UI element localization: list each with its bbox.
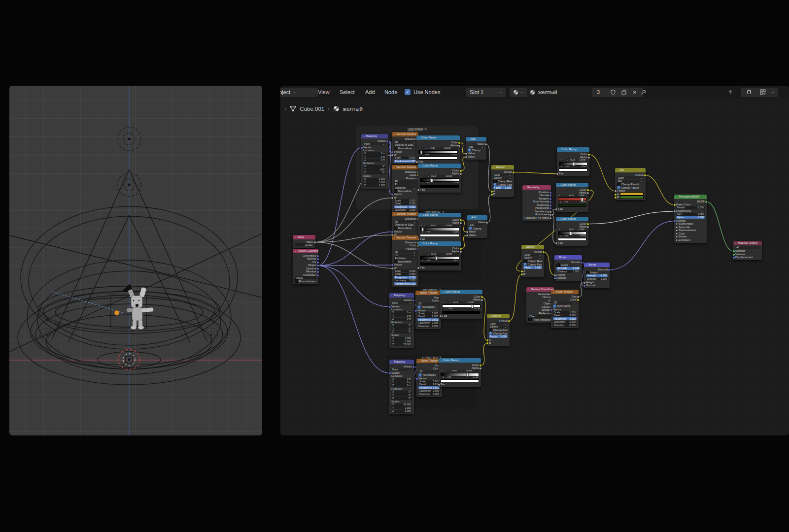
node-header[interactable]: ⌄Texture Coordinate — [293, 249, 318, 253]
node-texcoord1[interactable]: ⌄Texture CoordinateGeneratedNormalUVObje… — [293, 249, 318, 284]
node-field[interactable]: Z0° — [391, 397, 412, 400]
node-enum-dropdown[interactable]: Color⌄ — [617, 176, 644, 179]
node-field[interactable]: Randomness1.000 — [394, 160, 416, 163]
node-add4[interactable]: ⌄AddValueAdd⌄✓ClampValueValue — [466, 137, 486, 160]
stop-index-field[interactable]: 1 — [442, 308, 447, 311]
node-link[interactable] — [544, 252, 555, 275]
node-map4[interactable]: ⌄MappingVectorPoint⌄VectorLocation:X0 mY… — [361, 134, 388, 189]
node-field[interactable]: Roughness0.500 — [394, 276, 416, 279]
collapse-icon[interactable]: ⌄ — [735, 242, 737, 244]
node-enum-dropdown[interactable]: Point⌄ — [391, 301, 412, 304]
node-field[interactable]: Detail9.000 — [418, 383, 440, 386]
node-field[interactable]: Z1.000 — [391, 410, 412, 413]
node-field[interactable]: Roughness0.500 — [394, 205, 416, 208]
ramp-remove-button[interactable]: − — [446, 301, 448, 304]
node-field[interactable]: Distance1.000 — [586, 277, 608, 280]
node-add3[interactable]: ⌄AddValueAdd⌄✓ClampValueValue — [467, 215, 487, 238]
node-header[interactable]: ⌄Principled BSDF — [674, 195, 707, 199]
node-field[interactable]: Scale1.000 — [553, 311, 577, 314]
node-ramp3b[interactable]: ⌄Color RampColorAlpha+−⌄RGBLinear0Pos0.4… — [418, 241, 461, 270]
node-field[interactable]: Detail0.000 — [394, 273, 416, 276]
node-darken2[interactable]: ⌄DarkenResultColor⌄Darken⌄Clamp Result✓C… — [521, 245, 544, 277]
node-header[interactable]: ⌄Color Ramp — [418, 164, 461, 168]
ramp-add-button[interactable]: + — [559, 159, 562, 162]
collapse-icon[interactable]: ⌄ — [294, 236, 296, 238]
collapse-icon[interactable]: ⌄ — [585, 264, 587, 266]
node-field[interactable]: Factor1.000 — [523, 266, 542, 269]
input-socket[interactable] — [553, 277, 556, 280]
stop-index-field[interactable]: 0 — [420, 182, 425, 185]
node-vor4b[interactable]: ⌄Voronoi TextureDistanceColorPosition4D⌄… — [392, 165, 418, 216]
stop-position-field[interactable]: Pos0.204 — [426, 182, 459, 185]
node-field[interactable]: Scale5.000 — [417, 312, 439, 315]
node-field[interactable]: X0 m — [391, 378, 412, 381]
input-socket[interactable] — [732, 256, 735, 259]
node-field[interactable]: Lacunarity2.000 — [417, 322, 439, 325]
node-field[interactable]: Z0 m — [391, 318, 412, 321]
stop-index-field[interactable]: 0 — [441, 376, 446, 379]
node-enum-dropdown[interactable]: Color⌄ — [493, 173, 512, 176]
node-header[interactable]: ⌄Mapping — [389, 293, 414, 298]
node-bump2[interactable]: ⌄BumpNormalInvertStrength0.300Distance1.… — [584, 263, 610, 288]
node-noise2[interactable]: ⌄Noise TextureFacColor3D⌄✓NormalizeVecto… — [415, 291, 441, 329]
3d-viewport[interactable] — [9, 86, 262, 435]
shader-type-dropdown[interactable]: bject ⌄ — [280, 88, 318, 97]
node-map2[interactable]: ⌄MappingVectorPoint⌄VectorLocation:X0 mY… — [389, 293, 414, 348]
parent-tree-up-button[interactable] — [727, 86, 734, 99]
node-enum-dropdown[interactable]: F1⌄ — [394, 254, 416, 257]
collapse-icon[interactable]: ⌄ — [391, 294, 393, 297]
collapse-icon[interactable]: ⌄ — [488, 315, 490, 317]
material-users-count[interactable]: 3 — [592, 88, 605, 97]
node-field[interactable]: X0 m — [363, 152, 386, 155]
node-field[interactable]: Y180° — [363, 168, 386, 171]
node-ramp1[interactable]: ⌄Color RampColorAlpha+−⌄RGBLinear0Pos0.7… — [439, 358, 481, 387]
ramp-remove-button[interactable]: − — [561, 195, 564, 198]
node-header[interactable]: ⌄Color Ramp — [416, 135, 460, 140]
ramp-interpolation-dropdown[interactable]: Linear — [578, 229, 586, 232]
node-field[interactable]: Lacunarity2.000 — [553, 321, 577, 324]
node-field[interactable]: X1.000 — [363, 178, 386, 181]
stop-position-field[interactable]: Pos0.445 — [564, 235, 586, 238]
stop-index-field[interactable]: 1 — [559, 166, 564, 168]
collapse-icon[interactable]: ⌄ — [528, 288, 530, 291]
node-enum-dropdown[interactable]: 4D⌄ — [394, 220, 416, 223]
node-header[interactable]: ⌄Color Ramp — [439, 358, 481, 363]
node-enum-dropdown[interactable]: Darken⌄ — [489, 326, 508, 329]
snapping-magnet-button[interactable] — [741, 88, 757, 97]
node-enum-dropdown[interactable]: Add⌄ — [469, 224, 485, 227]
node-field[interactable]: Z0° — [363, 171, 386, 174]
node-header[interactable]: ⌄Color Ramp — [556, 217, 588, 221]
ramp-options-button[interactable]: ⌄ — [564, 195, 568, 198]
node-header[interactable]: ⌄Voronoi Texture — [392, 235, 418, 240]
collapse-icon[interactable]: ⌄ — [363, 135, 365, 137]
ramp-options-button[interactable]: ⌄ — [426, 253, 430, 256]
node-enum-dropdown[interactable]: 3D⌄ — [417, 302, 439, 305]
node-enum-dropdown[interactable]: Color⌄ — [523, 253, 542, 256]
node-header[interactable]: ⌄Texture Coordinate — [526, 287, 554, 292]
node-header[interactable]: ⌄Voronoi Texture — [392, 212, 418, 216]
collapse-icon[interactable]: ⌄ — [557, 218, 559, 220]
input-socket[interactable] — [417, 189, 420, 192]
ramp-interpolation-dropdown[interactable]: Linear — [445, 253, 459, 256]
node-field[interactable]: Lacunarity2.000 — [418, 390, 440, 393]
input-socket[interactable] — [465, 156, 468, 159]
node-map1[interactable]: ⌄MappingVectorPoint⌄VectorLocation:X0 mY… — [389, 360, 414, 414]
node-rampWhite[interactable]: ⌄Color RampColorAlpha+−⌄RGBLinear0Pos0.4… — [556, 217, 588, 246]
menu-node[interactable]: Node — [380, 86, 401, 99]
stop-position-field[interactable]: Pos0.844 — [564, 201, 586, 204]
color-preview-field[interactable] — [441, 379, 479, 382]
node-field[interactable]: Y0° — [391, 394, 412, 397]
input-socket[interactable] — [583, 284, 586, 287]
collapse-icon[interactable]: ⌄ — [493, 166, 495, 168]
color-preview-field[interactable] — [559, 168, 587, 171]
node-field[interactable]: Scale5.000 — [394, 269, 416, 272]
node-field[interactable]: Randomness1.000 — [394, 282, 416, 285]
node-field[interactable]: Z1.000 — [363, 184, 386, 187]
ramp-add-button[interactable]: + — [441, 370, 444, 373]
node-field[interactable]: Scale5.000 — [394, 199, 416, 202]
node-enum-dropdown[interactable]: Darken⌄ — [523, 257, 542, 260]
ramp-interpolation-dropdown[interactable]: Linear — [445, 175, 459, 178]
node-header[interactable]: ⌄Voronoi Texture — [392, 165, 418, 169]
collapse-icon[interactable]: ⌄ — [617, 169, 618, 171]
node-enum-dropdown[interactable]: 4D⌄ — [394, 140, 416, 143]
